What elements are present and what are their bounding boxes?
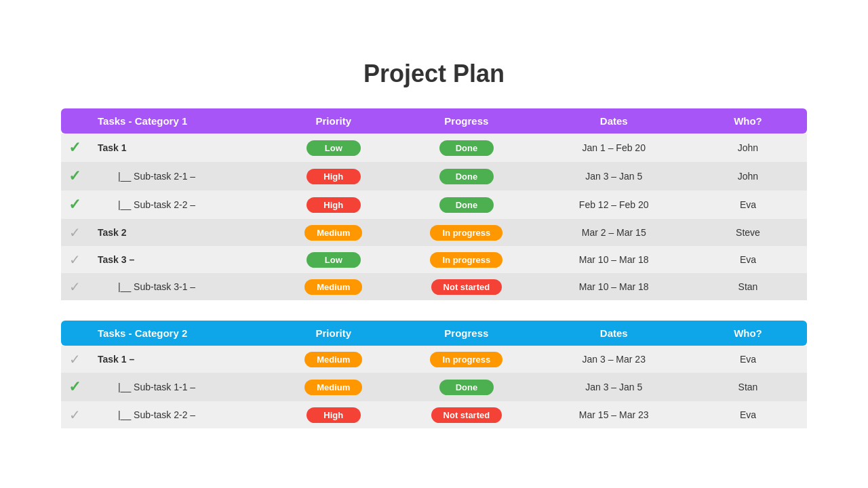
dates-cell: Mar 15 – Mar 23 <box>539 401 689 428</box>
progress-badge: Done <box>439 140 494 156</box>
who-cell: Eva <box>689 401 807 428</box>
who-cell: Steve <box>689 219 807 246</box>
col-header-progress: Progress <box>394 321 538 346</box>
priority-badge: High <box>307 407 361 423</box>
page-title: Project Plan <box>363 60 505 88</box>
task-name: |__ Sub-task 2-1 – <box>88 162 273 190</box>
task-name: Task 1 <box>88 134 273 162</box>
col-header-priority: Priority <box>273 321 394 346</box>
check-icon: ✓ <box>61 190 88 219</box>
table-row: ✓Task 1 –MediumIn progressJan 3 – Mar 23… <box>61 346 807 373</box>
priority-cell: Medium <box>273 346 394 373</box>
progress-cell: In progress <box>394 246 538 273</box>
priority-badge: Medium <box>304 225 362 241</box>
progress-cell: In progress <box>394 346 538 373</box>
priority-cell: Low <box>273 246 394 273</box>
category1-section: Tasks - Category 1PriorityProgressDatesW… <box>61 108 807 300</box>
col-header-priority: Priority <box>273 108 394 134</box>
col-header-name: Tasks - Category 2 <box>88 321 273 346</box>
check-icon: ✓ <box>61 134 88 162</box>
priority-cell: High <box>273 401 394 428</box>
progress-cell: Not started <box>394 273 538 300</box>
col-header-dates: Dates <box>539 108 689 134</box>
progress-badge: In progress <box>430 225 502 241</box>
progress-cell: Done <box>394 373 538 401</box>
priority-badge: Medium <box>304 279 362 295</box>
priority-badge: Medium <box>304 380 362 395</box>
check-icon: ✓ <box>61 373 88 401</box>
table-row: ✓|__ Sub-task 2-2 –HighNot startedMar 15… <box>61 401 807 428</box>
progress-badge: Not started <box>431 279 502 295</box>
progress-badge: Done <box>439 169 494 184</box>
dates-cell: Mar 10 – Mar 18 <box>539 246 689 273</box>
col-header-name: Tasks - Category 1 <box>88 108 273 134</box>
dates-cell: Mar 10 – Mar 18 <box>539 273 689 300</box>
table-row: ✓|__ Sub-task 2-1 –HighDoneJan 3 – Jan 5… <box>61 162 807 190</box>
check-icon: ✓ <box>61 401 88 428</box>
who-cell: Eva <box>689 246 807 273</box>
task-name: |__ Sub-task 2-2 – <box>88 401 273 428</box>
progress-cell: In progress <box>394 219 538 246</box>
table-row: ✓Task 3 –LowIn progressMar 10 – Mar 18Ev… <box>61 246 807 273</box>
dates-cell: Jan 3 – Mar 23 <box>539 346 689 373</box>
col-header-dates: Dates <box>539 321 689 346</box>
col-header-who: Who? <box>689 108 807 134</box>
priority-badge: Low <box>307 252 361 268</box>
col-header-who: Who? <box>689 321 807 346</box>
table-row: ✓Task 1LowDoneJan 1 – Feb 20John <box>61 134 807 162</box>
priority-cell: Low <box>273 134 394 162</box>
priority-badge: Medium <box>304 352 362 367</box>
who-cell: John <box>689 134 807 162</box>
check-icon: ✓ <box>61 246 88 273</box>
priority-cell: Medium <box>273 219 394 246</box>
who-cell: Stan <box>689 373 807 401</box>
progress-cell: Done <box>394 162 538 190</box>
priority-badge: High <box>307 197 361 213</box>
priority-badge: High <box>307 169 361 184</box>
check-icon: ✓ <box>61 346 88 373</box>
check-icon: ✓ <box>61 219 88 246</box>
priority-cell: High <box>273 162 394 190</box>
priority-cell: High <box>273 190 394 219</box>
table-row: ✓|__ Sub-task 2-2 –HighDoneFeb 12 – Feb … <box>61 190 807 219</box>
progress-badge: Done <box>439 197 494 213</box>
dates-cell: Jan 3 – Jan 5 <box>539 373 689 401</box>
task-name: |__ Sub-task 1-1 – <box>88 373 273 401</box>
progress-cell: Done <box>394 190 538 219</box>
progress-badge: In progress <box>430 352 502 367</box>
dates-cell: Jan 3 – Jan 5 <box>539 162 689 190</box>
category2-section: Tasks - Category 2PriorityProgressDatesW… <box>61 321 807 428</box>
who-cell: John <box>689 162 807 190</box>
who-cell: Eva <box>689 190 807 219</box>
task-name: Task 2 <box>88 219 273 246</box>
priority-badge: Low <box>307 140 361 156</box>
progress-badge: Not started <box>431 407 502 423</box>
dates-cell: Feb 12 – Feb 20 <box>539 190 689 219</box>
who-cell: Stan <box>689 273 807 300</box>
table-row: ✓|__ Sub-task 3-1 –MediumNot startedMar … <box>61 273 807 300</box>
dates-cell: Jan 1 – Feb 20 <box>539 134 689 162</box>
task-name: |__ Sub-task 3-1 – <box>88 273 273 300</box>
progress-badge: Done <box>439 380 494 395</box>
dates-cell: Mar 2 – Mar 15 <box>539 219 689 246</box>
table-row: ✓|__ Sub-task 1-1 –MediumDoneJan 3 – Jan… <box>61 373 807 401</box>
task-name: Task 3 – <box>88 246 273 273</box>
task-name: Task 1 – <box>88 346 273 373</box>
priority-cell: Medium <box>273 373 394 401</box>
progress-badge: In progress <box>430 252 502 268</box>
check-icon: ✓ <box>61 162 88 190</box>
progress-cell: Not started <box>394 401 538 428</box>
priority-cell: Medium <box>273 273 394 300</box>
progress-cell: Done <box>394 134 538 162</box>
col-header-progress: Progress <box>394 108 538 134</box>
who-cell: Eva <box>689 346 807 373</box>
task-name: |__ Sub-task 2-2 – <box>88 190 273 219</box>
check-icon: ✓ <box>61 273 88 300</box>
table-row: ✓Task 2MediumIn progressMar 2 – Mar 15St… <box>61 219 807 246</box>
